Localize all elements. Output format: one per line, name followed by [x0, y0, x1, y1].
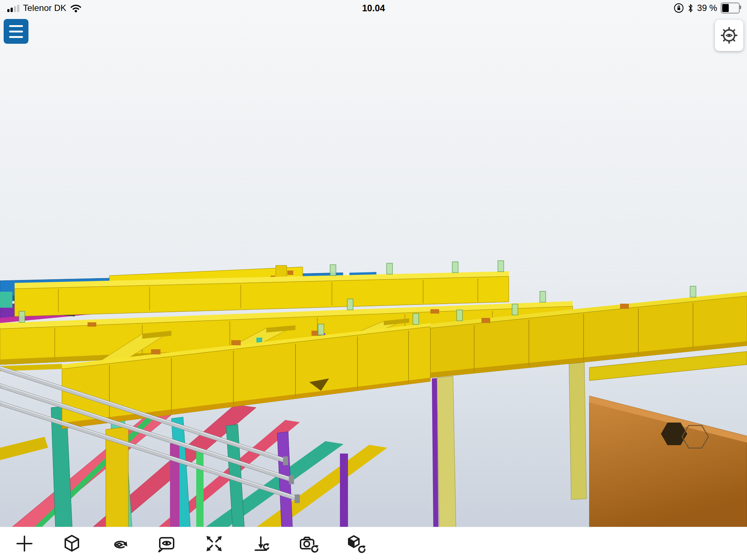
gear-eye-icon [720, 27, 738, 44]
cube-view-button[interactable] [61, 533, 82, 554]
status-bar: Telenor DK 10.04 39 % [0, 0, 747, 16]
cellular-signal-icon [7, 4, 19, 12]
orbit-rotate-icon [109, 533, 129, 554]
carrier-label: Telenor DK [23, 3, 66, 13]
hamburger-menu-icon [9, 25, 23, 27]
ground-level-button[interactable] [251, 533, 272, 554]
orbit-rotate-button[interactable] [109, 533, 130, 554]
add-button[interactable] [14, 533, 35, 554]
battery-percent-label: 39 % [697, 3, 717, 13]
bim-viewer-app: Telenor DK 10.04 39 % [0, 0, 747, 560]
cube-view-icon [62, 533, 82, 554]
camera-refresh-icon [299, 533, 319, 554]
menu-button[interactable] [4, 19, 28, 44]
bluetooth-icon [688, 3, 693, 13]
fit-to-view-button[interactable] [204, 533, 225, 554]
battery-icon [721, 3, 740, 13]
wifi-icon [70, 3, 82, 13]
fit-to-view-icon [204, 533, 224, 554]
view-presentation-button[interactable] [156, 533, 177, 554]
add-icon [14, 533, 35, 554]
model-3d-viewport[interactable] [0, 0, 747, 560]
clock-label: 10.04 [0, 3, 747, 13]
ground-level-icon [251, 533, 272, 554]
model-refresh-button[interactable] [346, 533, 367, 554]
model-refresh-icon [346, 533, 367, 554]
view-settings-button[interactable] [715, 20, 743, 51]
view-presentation-icon [156, 533, 177, 554]
camera-refresh-button[interactable] [298, 533, 320, 554]
orientation-lock-icon [674, 3, 684, 13]
viewer-toolbar [0, 527, 747, 560]
